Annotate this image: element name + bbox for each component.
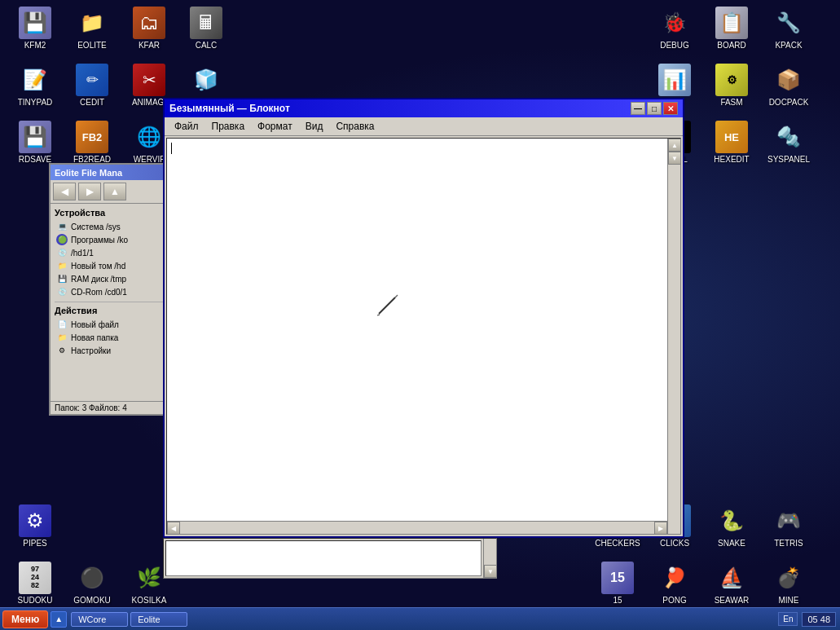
file-manager-title: Eolite File Mana bbox=[55, 168, 122, 178]
15-label: 15 bbox=[613, 596, 622, 606]
icon-sudoku[interactable]: 972482 SUDOKU bbox=[7, 562, 64, 606]
snake-label: SNAKE bbox=[718, 539, 745, 548]
fm-device-cdrom-label: CD-Rom /cd0/1 bbox=[71, 288, 127, 297]
tinypad-label: TINYPAD bbox=[18, 98, 53, 108]
eolite-label: EOLITE bbox=[77, 41, 107, 51]
side-scrollbar[interactable]: ▼ bbox=[483, 539, 496, 578]
scroll-down-btn[interactable]: ▼ bbox=[668, 152, 681, 165]
pen-cursor bbox=[375, 293, 399, 318]
menu-view[interactable]: Вид bbox=[299, 119, 330, 134]
icon-eolite[interactable]: 📁 EOLITE bbox=[64, 7, 121, 51]
fm-forward-btn[interactable]: ▶ bbox=[78, 183, 101, 200]
menu-format[interactable]: Формат bbox=[251, 119, 299, 134]
fm-device-sys-label: Система /sys bbox=[71, 222, 121, 231]
pong-icon: 🏓 bbox=[658, 562, 691, 594]
kpack-icon: 🔧 bbox=[772, 7, 805, 39]
icon-gomoku[interactable]: ⚫ GOMOKU bbox=[64, 562, 121, 606]
icon-calc[interactable]: 🖩 CALC bbox=[178, 7, 235, 51]
fm-up-btn[interactable]: ▲ bbox=[103, 183, 126, 200]
fm-newtom-icon: 📁 bbox=[56, 260, 68, 271]
fm-action-newfile-label: Новый файл bbox=[71, 320, 119, 329]
start-button[interactable]: Меню bbox=[2, 610, 48, 628]
icon-syspanel[interactable]: 🔩 SYSPANEL bbox=[760, 121, 817, 165]
taskbar-lang[interactable]: En bbox=[778, 612, 798, 626]
icon-snake[interactable]: 🐍 SNAKE bbox=[703, 504, 760, 548]
notepad-titlebar[interactable]: Безымянный — Блокнот — □ ✕ bbox=[165, 99, 683, 117]
rdsave-label: RDSAVE bbox=[19, 155, 51, 165]
input-field[interactable] bbox=[165, 540, 482, 576]
tetris-label: TETRIS bbox=[774, 539, 803, 548]
icon-mine[interactable]: 💣 MINE bbox=[760, 562, 817, 606]
icon-board[interactable]: 📋 BOARD bbox=[703, 7, 760, 51]
icon-cube[interactable]: 🧊 bbox=[178, 64, 235, 98]
icon-pipes[interactable]: ⚙ PIPES bbox=[7, 504, 64, 548]
icon-docpack[interactable]: 📦 DOCPACK bbox=[760, 64, 817, 108]
docpack-label: DOCPACK bbox=[769, 98, 809, 108]
15-icon: 15 bbox=[601, 562, 634, 594]
menu-help[interactable]: Справка bbox=[329, 119, 380, 134]
fm-newfolder-icon: 📁 bbox=[56, 332, 68, 343]
kosilka-icon: 🌿 bbox=[133, 562, 165, 594]
notepad-window: Безымянный — Блокнот — □ ✕ Файл Правка Ф… bbox=[163, 98, 684, 538]
icon-fb2read[interactable]: FB2 FB2READ bbox=[64, 121, 121, 165]
fasm-label: FASM bbox=[720, 98, 742, 108]
icon-debug[interactable]: 🐞 DEBUG bbox=[646, 7, 703, 51]
tinypad-icon: 📝 bbox=[19, 64, 51, 96]
text-cursor bbox=[171, 143, 172, 154]
docpack-icon: 📦 bbox=[772, 64, 805, 96]
fm-device-ramdisk-label: RAM диск /tmp bbox=[71, 275, 126, 284]
fb2read-icon: FB2 bbox=[76, 121, 108, 153]
sudoku-icon: 972482 bbox=[19, 562, 51, 594]
icon-hexedit[interactable]: HE HEXEDIT bbox=[703, 121, 760, 165]
taskbar-item-wcore[interactable]: WCore bbox=[71, 612, 128, 627]
scroll-up-btn[interactable]: ▲ bbox=[668, 139, 681, 152]
fm-device-programs-label: Программы /ko bbox=[71, 236, 128, 245]
fm-cdrom-icon: 💿 bbox=[56, 286, 68, 297]
kfm2-label: KFM2 bbox=[24, 41, 46, 51]
icon-seawar[interactable]: ⛵ SEAWAR bbox=[703, 562, 760, 606]
tetris-icon: 🎮 bbox=[772, 504, 805, 537]
side-scroll-down-btn[interactable]: ▼ bbox=[484, 565, 497, 578]
fm-action-newfolder-label: Новая папка bbox=[71, 333, 118, 342]
menu-file[interactable]: Файл bbox=[168, 119, 205, 134]
icon-tinypad[interactable]: 📝 TINYPAD bbox=[7, 64, 64, 108]
checkers-label: CHECKERS bbox=[595, 539, 640, 548]
gomoku-icon: ⚫ bbox=[76, 562, 108, 594]
notepad-min-btn[interactable]: — bbox=[631, 102, 645, 115]
notepad-close-btn[interactable]: ✕ bbox=[663, 102, 678, 115]
notepad-scrollbar-bottom[interactable]: ◀ ▶ bbox=[167, 521, 667, 534]
icon-kpack[interactable]: 🔧 KPACK bbox=[760, 7, 817, 51]
icon-cedit[interactable]: ✏ CEDIT bbox=[64, 64, 121, 108]
mine-icon: 💣 bbox=[772, 562, 805, 594]
notepad-menubar: Файл Правка Формат Вид Справка bbox=[165, 117, 683, 136]
scroll-right-btn[interactable]: ▶ bbox=[654, 522, 667, 535]
fm-ramdisk-icon: 💾 bbox=[56, 273, 68, 284]
icon-kfm2[interactable]: 💾 KFM2 bbox=[7, 7, 64, 51]
rdsave-icon: 💾 bbox=[19, 121, 51, 153]
notepad-title: Безымянный — Блокнот bbox=[169, 103, 631, 114]
icon-tetris[interactable]: 🎮 TETRIS bbox=[760, 504, 817, 548]
icon-pong[interactable]: 🏓 PONG bbox=[646, 562, 703, 606]
notepad-max-btn[interactable]: □ bbox=[647, 102, 662, 115]
fasm-icon: ⚙ bbox=[715, 64, 748, 96]
diff-icon: 📊 bbox=[658, 64, 691, 96]
fm-device-hd1-label: /hd1/1 bbox=[71, 249, 94, 258]
scroll-left-btn[interactable]: ◀ bbox=[167, 522, 180, 535]
cube-icon: 🧊 bbox=[190, 64, 222, 96]
taskbar-arrow-btn[interactable]: ▲ bbox=[51, 611, 67, 628]
icon-fasm[interactable]: ⚙ FASM bbox=[703, 64, 760, 108]
snake-icon: 🐍 bbox=[715, 504, 748, 537]
fm-hd1-icon: 💿 bbox=[56, 247, 68, 258]
icon-15[interactable]: 15 15 bbox=[589, 562, 646, 606]
animagi-label: ANIMAGI bbox=[132, 98, 166, 108]
fm-back-btn[interactable]: ◀ bbox=[53, 183, 76, 200]
notepad-scrollbar-right[interactable]: ▲ ▼ bbox=[667, 139, 680, 534]
icon-rdsave[interactable]: 💾 RDSAVE bbox=[7, 121, 64, 165]
scrollbar-htrack[interactable] bbox=[180, 522, 654, 534]
taskbar-item-eolite[interactable]: Eolite bbox=[130, 612, 187, 627]
icon-kfar[interactable]: 🗂 KFAR bbox=[121, 7, 178, 51]
notepad-controls: — □ ✕ bbox=[631, 102, 678, 115]
seawar-label: SEAWAR bbox=[715, 596, 750, 606]
menu-edit[interactable]: Правка bbox=[205, 119, 252, 134]
notepad-editor[interactable]: ▲ ▼ ◀ ▶ bbox=[166, 138, 681, 535]
